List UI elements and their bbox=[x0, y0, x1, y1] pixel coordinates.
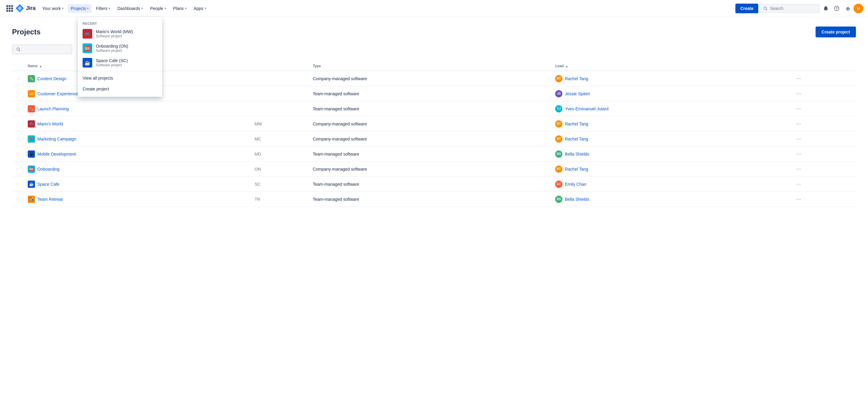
lead-name[interactable]: Bella Shields bbox=[565, 197, 589, 202]
lead-cell: RT Rachel Tang bbox=[552, 131, 790, 147]
create-button[interactable]: Create bbox=[735, 4, 758, 13]
dropdown-item-marios-world[interactable]: 🎮 Mario's World (MW) Software project bbox=[78, 27, 162, 41]
star-icon[interactable]: ☆ bbox=[16, 106, 20, 111]
more-actions-button[interactable]: ··· bbox=[794, 165, 804, 174]
search-icon bbox=[764, 6, 768, 11]
star-icon[interactable]: ☆ bbox=[16, 76, 20, 81]
star-icon[interactable]: ☆ bbox=[16, 166, 20, 171]
lead-name[interactable]: Rachel Tang bbox=[565, 76, 588, 81]
lead-name[interactable]: Rachel Tang bbox=[565, 167, 588, 171]
actions-cell: ··· bbox=[790, 71, 856, 86]
lead-name[interactable]: Bella Shields bbox=[565, 152, 589, 156]
nav-your-work[interactable]: Your work ▾ bbox=[39, 4, 67, 13]
nav-people[interactable]: People ▾ bbox=[147, 4, 169, 13]
create-project-button[interactable]: Create project bbox=[815, 27, 856, 37]
more-actions-button[interactable]: ··· bbox=[794, 104, 804, 113]
col-star bbox=[12, 62, 24, 71]
projects-dropdown: RECENT 🎮 Mario's World (MW) Software pro… bbox=[78, 17, 162, 97]
dropdown-item-onboarding[interactable]: 🆘 Onboarding (ON) Software project bbox=[78, 41, 162, 56]
lead-avatar: RT bbox=[555, 75, 562, 82]
lead-cell: BS Bella Shields bbox=[552, 192, 790, 207]
project-icon: 📣 bbox=[28, 135, 35, 143]
actions-cell: ··· bbox=[790, 101, 856, 116]
more-actions-button[interactable]: ··· bbox=[794, 119, 804, 128]
key-cell bbox=[251, 71, 309, 86]
more-actions-button[interactable]: ··· bbox=[794, 180, 804, 188]
star-icon[interactable]: ☆ bbox=[16, 151, 20, 156]
star-cell: ☆ bbox=[12, 101, 24, 116]
project-search-input[interactable] bbox=[23, 47, 68, 52]
type-cell: Team-managed software bbox=[309, 86, 552, 101]
project-name-link[interactable]: ✈️ Team Retreat bbox=[28, 196, 247, 203]
col-lead[interactable]: Lead ▲ bbox=[552, 62, 790, 71]
project-icon: ☕ bbox=[28, 181, 35, 188]
star-cell: ☆ bbox=[12, 162, 24, 177]
star-icon[interactable]: ☆ bbox=[16, 91, 20, 96]
star-icon[interactable]: ☆ bbox=[16, 136, 20, 142]
project-name-link[interactable]: 🆘 Onboarding bbox=[28, 165, 247, 173]
nav-dashboards[interactable]: Dashboards ▾ bbox=[114, 4, 146, 13]
lead-cell: YJ Yves-Emmanuel Jutard bbox=[552, 101, 790, 116]
dropdown-item-space-cafe[interactable]: ☕ Space Cafe (SC) Software project bbox=[78, 56, 162, 70]
more-actions-button[interactable]: ··· bbox=[794, 134, 804, 143]
settings-button[interactable] bbox=[843, 4, 852, 13]
lead-name[interactable]: Rachel Tang bbox=[565, 122, 588, 126]
user-avatar[interactable]: U bbox=[854, 4, 863, 13]
more-actions-button[interactable]: ··· bbox=[794, 74, 804, 83]
project-name-link[interactable]: 🎮 Mario's World bbox=[28, 120, 247, 128]
lead-cell: RT Rachel Tang bbox=[552, 71, 790, 86]
help-button[interactable]: ? bbox=[832, 4, 841, 13]
key-cell: TR bbox=[251, 192, 309, 207]
lead-name[interactable]: Rachel Tang bbox=[565, 136, 588, 142]
col-actions bbox=[790, 62, 856, 71]
star-icon[interactable]: ☆ bbox=[16, 182, 20, 187]
nav-projects[interactable]: Projects ▾ bbox=[68, 4, 92, 13]
name-cell: ✈️ Team Retreat bbox=[24, 192, 251, 207]
actions-cell: ··· bbox=[790, 147, 856, 162]
more-actions-button[interactable]: ··· bbox=[794, 89, 804, 98]
lead-name[interactable]: Jessie Spiteri bbox=[565, 91, 590, 96]
key-cell bbox=[251, 101, 309, 116]
project-icon: ✈️ bbox=[28, 196, 35, 203]
nav-plans[interactable]: Plans ▾ bbox=[170, 4, 190, 13]
sort-indicator: ▲ bbox=[565, 64, 568, 68]
view-all-projects-link[interactable]: View all projects bbox=[78, 73, 162, 84]
dropdown-item-name: Onboarding (ON) bbox=[96, 44, 128, 49]
lead-name[interactable]: Emily Chan bbox=[565, 182, 587, 187]
lead-cell: RT Rachel Tang bbox=[552, 162, 790, 177]
notifications-button[interactable] bbox=[821, 4, 831, 13]
star-cell: ☆ bbox=[12, 116, 24, 131]
create-project-link[interactable]: Create project bbox=[78, 84, 162, 94]
project-type: Company-managed software bbox=[313, 167, 367, 171]
project-name-link[interactable]: 📣 Marketing Campaign bbox=[28, 135, 247, 143]
project-key: ON bbox=[255, 167, 261, 171]
project-search-bar[interactable] bbox=[12, 44, 72, 54]
type-cell: Team-managed software bbox=[309, 147, 552, 162]
project-name-link[interactable]: 📱 Mobile Development bbox=[28, 151, 247, 158]
project-key: TR bbox=[255, 197, 260, 202]
star-icon[interactable]: ☆ bbox=[16, 196, 20, 202]
search-icon bbox=[16, 47, 21, 52]
dropdown-item-icon: 🆘 bbox=[83, 43, 92, 53]
project-name-link[interactable]: 🔧 Launch Planning bbox=[28, 105, 247, 113]
project-type: Team-managed software bbox=[313, 106, 359, 111]
grid-menu-button[interactable] bbox=[5, 4, 14, 13]
more-actions-button[interactable]: ··· bbox=[794, 150, 804, 158]
dropdown-divider bbox=[78, 71, 162, 71]
project-name-link[interactable]: ☕ Space Cafe bbox=[28, 181, 247, 188]
nav-filters[interactable]: Filters ▾ bbox=[93, 4, 113, 13]
star-icon[interactable]: ☆ bbox=[16, 121, 20, 126]
jira-logo[interactable]: Jira bbox=[16, 4, 36, 13]
project-icon: 📱 bbox=[28, 151, 35, 158]
help-icon: ? bbox=[834, 6, 839, 11]
actions-cell: ··· bbox=[790, 177, 856, 192]
search-bar[interactable] bbox=[760, 4, 820, 13]
star-cell: ☆ bbox=[12, 177, 24, 192]
search-input[interactable] bbox=[770, 6, 816, 11]
star-cell: ☆ bbox=[12, 86, 24, 101]
more-actions-button[interactable]: ··· bbox=[794, 195, 804, 204]
nav-apps[interactable]: Apps ▾ bbox=[191, 4, 209, 13]
lead-name[interactable]: Yves-Emmanuel Jutard bbox=[565, 106, 609, 111]
lead-avatar: RT bbox=[555, 120, 562, 128]
svg-text:?: ? bbox=[836, 7, 838, 10]
